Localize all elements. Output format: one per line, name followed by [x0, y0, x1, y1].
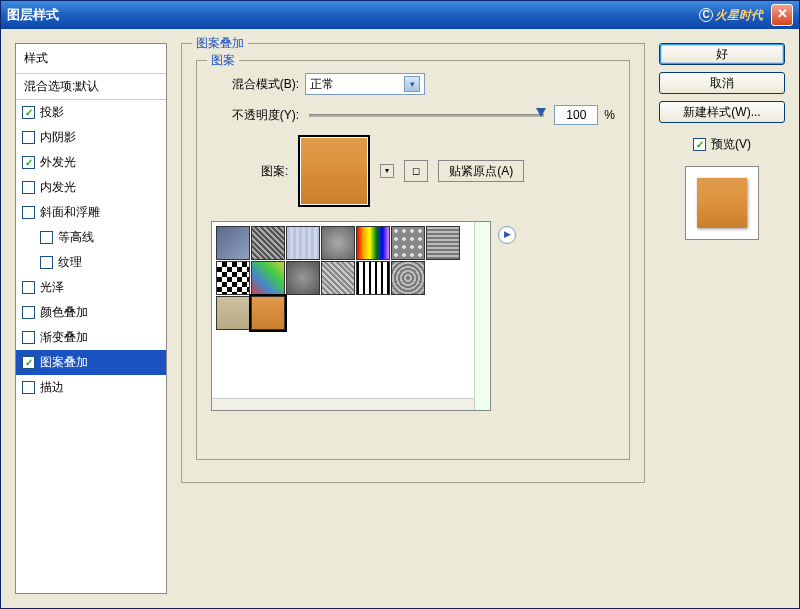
pattern-grid [212, 222, 464, 410]
style-checkbox[interactable] [22, 331, 35, 344]
pattern-thumb[interactable] [216, 296, 250, 330]
blend-mode-select[interactable]: 正常 ▾ [305, 73, 425, 95]
scrollbar-vertical[interactable] [474, 222, 490, 410]
pattern-thumb[interactable] [321, 261, 355, 295]
style-label: 内发光 [40, 179, 76, 196]
titlebar[interactable]: 图层样式 C火星时代 ✕ [1, 1, 799, 29]
dialog-content: 样式 混合选项:默认 投影内阴影外发光内发光斜面和浮雕等高线纹理光泽颜色叠加渐变… [1, 29, 799, 608]
close-button[interactable]: ✕ [771, 4, 793, 26]
blend-mode-row: 混合模式(B): 正常 ▾ [211, 73, 615, 95]
settings-panel: 图案叠加 图案 混合模式(B): 正常 ▾ 不透明度(Y): 100 [181, 43, 645, 594]
pattern-swatch[interactable] [298, 135, 370, 207]
style-checkbox[interactable] [22, 131, 35, 144]
style-label: 描边 [40, 379, 64, 396]
style-checkbox[interactable] [22, 281, 35, 294]
style-label: 投影 [40, 104, 64, 121]
opacity-row: 不透明度(Y): 100 % [211, 105, 615, 125]
pattern-thumb[interactable] [356, 226, 390, 260]
layer-style-dialog: 图层样式 C火星时代 ✕ 样式 混合选项:默认 投影内阴影外发光内发光斜面和浮雕… [0, 0, 800, 609]
preview-thumbnail [697, 178, 747, 228]
cancel-button[interactable]: 取消 [659, 72, 785, 94]
style-checkbox[interactable] [22, 356, 35, 369]
blend-mode-label: 混合模式(B): [211, 76, 299, 93]
pattern-thumb[interactable] [426, 226, 460, 260]
opacity-slider[interactable] [309, 114, 544, 117]
style-item-0[interactable]: 投影 [16, 100, 166, 125]
style-label: 光泽 [40, 279, 64, 296]
new-style-button[interactable]: 新建样式(W)... [659, 101, 785, 123]
blend-options-default[interactable]: 混合选项:默认 [16, 74, 166, 100]
slider-thumb[interactable] [536, 108, 546, 117]
style-checkbox[interactable] [22, 206, 35, 219]
inner-legend: 图案 [207, 52, 239, 69]
new-preset-button[interactable]: ◻ [404, 160, 428, 182]
pattern-thumb[interactable] [216, 261, 250, 295]
action-panel: 好 取消 新建样式(W)... 预览(V) [659, 43, 785, 594]
style-checkbox[interactable] [40, 256, 53, 269]
pattern-thumb[interactable] [356, 261, 390, 295]
picker-menu-button[interactable]: ▶ [498, 226, 516, 244]
chevron-down-icon: ▾ [404, 76, 420, 92]
pattern-picker: ▶ [211, 221, 491, 411]
styles-list: 样式 混合选项:默认 投影内阴影外发光内发光斜面和浮雕等高线纹理光泽颜色叠加渐变… [15, 43, 167, 594]
outer-legend: 图案叠加 [192, 35, 248, 52]
window-title: 图层样式 [7, 6, 699, 24]
styles-header: 样式 [16, 44, 166, 74]
pattern-thumb[interactable] [321, 226, 355, 260]
pattern-thumb[interactable] [251, 226, 285, 260]
pattern-thumb [426, 261, 460, 295]
pattern-group: 图案 混合模式(B): 正常 ▾ 不透明度(Y): 100 % [196, 60, 630, 460]
pattern-thumb[interactable] [286, 261, 320, 295]
style-checkbox[interactable] [22, 106, 35, 119]
ok-button[interactable]: 好 [659, 43, 785, 65]
opacity-label: 不透明度(Y): [211, 107, 299, 124]
style-label: 等高线 [58, 229, 94, 246]
style-item-10[interactable]: 图案叠加 [16, 350, 166, 375]
style-item-2[interactable]: 外发光 [16, 150, 166, 175]
style-checkbox[interactable] [40, 231, 53, 244]
preview-box [685, 166, 759, 240]
style-item-5[interactable]: 等高线 [16, 225, 166, 250]
style-checkbox[interactable] [22, 181, 35, 194]
preview-checkbox[interactable] [693, 138, 706, 151]
style-checkbox[interactable] [22, 381, 35, 394]
pattern-thumb[interactable] [216, 226, 250, 260]
pattern-thumb[interactable] [391, 226, 425, 260]
style-item-4[interactable]: 斜面和浮雕 [16, 200, 166, 225]
preview-label: 预览(V) [711, 136, 751, 153]
opacity-input[interactable]: 100 [554, 105, 598, 125]
style-label: 颜色叠加 [40, 304, 88, 321]
style-label: 图案叠加 [40, 354, 88, 371]
style-item-7[interactable]: 光泽 [16, 275, 166, 300]
scrollbar-horizontal[interactable] [212, 398, 474, 410]
style-label: 内阴影 [40, 129, 76, 146]
opacity-suffix: % [604, 108, 615, 122]
style-item-6[interactable]: 纹理 [16, 250, 166, 275]
snap-origin-button[interactable]: 贴紧原点(A) [438, 160, 524, 182]
style-label: 斜面和浮雕 [40, 204, 100, 221]
style-checkbox[interactable] [22, 156, 35, 169]
pattern-swatch-row: 图案: ▾ ◻ 贴紧原点(A) [211, 135, 615, 207]
pattern-thumb[interactable] [251, 261, 285, 295]
style-item-9[interactable]: 渐变叠加 [16, 325, 166, 350]
style-label: 外发光 [40, 154, 76, 171]
style-label: 渐变叠加 [40, 329, 88, 346]
style-label: 纹理 [58, 254, 82, 271]
pattern-thumb[interactable] [286, 226, 320, 260]
pattern-label: 图案: [261, 163, 288, 180]
style-checkbox[interactable] [22, 306, 35, 319]
preview-checkbox-row[interactable]: 预览(V) [659, 136, 785, 153]
pattern-dropdown-arrow[interactable]: ▾ [380, 164, 394, 178]
pattern-thumb[interactable] [251, 296, 285, 330]
style-item-3[interactable]: 内发光 [16, 175, 166, 200]
watermark: C火星时代 [699, 7, 763, 24]
pattern-thumb[interactable] [391, 261, 425, 295]
style-item-11[interactable]: 描边 [16, 375, 166, 400]
style-item-1[interactable]: 内阴影 [16, 125, 166, 150]
style-item-8[interactable]: 颜色叠加 [16, 300, 166, 325]
pattern-overlay-group: 图案叠加 图案 混合模式(B): 正常 ▾ 不透明度(Y): 100 [181, 43, 645, 483]
